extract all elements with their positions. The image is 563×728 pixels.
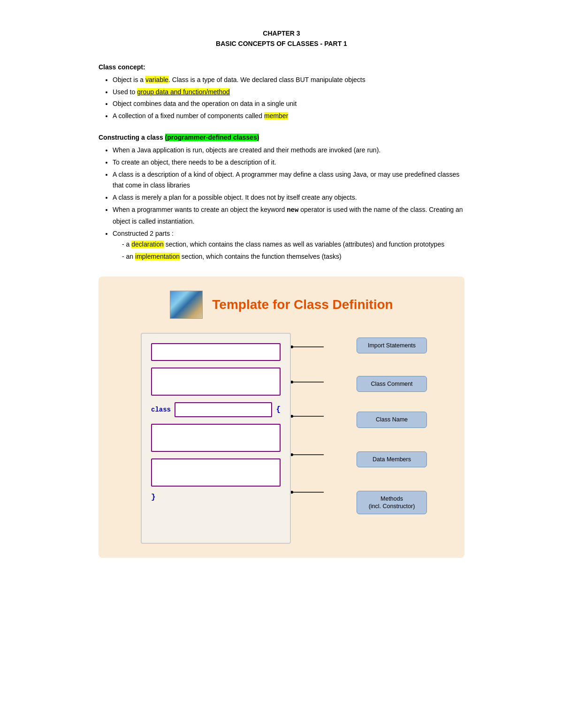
label-import-statements: Import Statements (357, 338, 427, 353)
brace-close: } (151, 493, 281, 502)
list-item: A class is merely a plan for a possible … (113, 192, 464, 203)
class-concept-list: Object is a variable. Class is a type of… (99, 75, 464, 122)
diagram-wrapper: class { } (141, 333, 422, 544)
class-template-box: class { } (141, 333, 291, 544)
import-field (151, 343, 281, 361)
highlight-programmer-defined: (programmer-defined classes) (165, 134, 259, 141)
constructing-list: When a Java application is run, objects … (99, 145, 464, 263)
class-keyword: class (151, 406, 171, 413)
list-item: A class is a description of a kind of ob… (113, 169, 464, 192)
list-item: To create an object, there needs to be a… (113, 157, 464, 168)
label-wrapper-datamembers: Data Members (357, 451, 427, 467)
chapter-line1: CHAPTER 3 (99, 28, 464, 38)
label-wrapper-classname: Class Name (357, 412, 427, 428)
highlight-variable: variable (145, 76, 168, 83)
template-title: Template for Class Definition (212, 297, 393, 312)
class-keyword-row: class { (151, 402, 281, 417)
list-item: When a Java application is run, objects … (113, 145, 464, 156)
template-header: Template for Class Definition (108, 291, 455, 319)
template-image (170, 291, 203, 319)
highlight-member: member (264, 112, 288, 120)
constructing-section: Constructing a class (programmer-defined… (99, 134, 464, 263)
sub-list-item: a declaration section, which contains th… (122, 239, 464, 250)
sub-list-item: an implementation section, which contain… (122, 251, 464, 263)
label-class-comment: Class Comment (357, 376, 427, 392)
template-section: Template for Class Definition class { (99, 277, 464, 558)
label-wrapper-comment: Class Comment (357, 376, 427, 392)
list-item: Object is a variable. Class is a type of… (113, 75, 464, 86)
list-item: Used to group data and function/method (113, 87, 464, 98)
highlight-implementation: implementation (135, 253, 180, 260)
brace-open: { (276, 405, 281, 414)
highlight-group: group data and function/method (137, 88, 230, 96)
class-concept-section: Class concept: Object is a variable. Cla… (99, 63, 464, 122)
list-item: Object combines data and the operation o… (113, 98, 464, 110)
page: CHAPTER 3 BASIC CONCEPTS OF CLASSES - PA… (70, 0, 493, 586)
comment-field (151, 368, 281, 396)
chapter-line2: BASIC CONCEPTS OF CLASSES - PART 1 (99, 38, 464, 49)
constructing-title: Constructing a class (programmer-defined… (99, 134, 464, 141)
sub-list: a declaration section, which contains th… (113, 239, 464, 263)
connectors-svg (291, 333, 328, 544)
keyword-new: new (287, 206, 298, 214)
list-item: A collection of a fixed number of compon… (113, 111, 464, 122)
methods-field (151, 458, 281, 487)
label-wrapper-import: Import Statements (357, 338, 427, 353)
class-concept-title: Class concept: (99, 63, 464, 71)
data-members-field (151, 424, 281, 452)
label-wrapper-methods: Methods(incl. Constructor) (357, 491, 427, 515)
classname-field (175, 402, 272, 417)
chapter-header: CHAPTER 3 BASIC CONCEPTS OF CLASSES - PA… (99, 28, 464, 49)
label-class-name: Class Name (357, 412, 427, 428)
label-methods: Methods(incl. Constructor) (357, 491, 427, 515)
highlight-declaration: declaration (131, 240, 164, 248)
label-data-members: Data Members (357, 451, 427, 467)
right-labels: Import Statements Class Comment Class Na… (357, 333, 427, 544)
list-item: When a programmer wants to create an obj… (113, 204, 464, 227)
list-item: Constructed 2 parts : a declaration sect… (113, 228, 464, 263)
